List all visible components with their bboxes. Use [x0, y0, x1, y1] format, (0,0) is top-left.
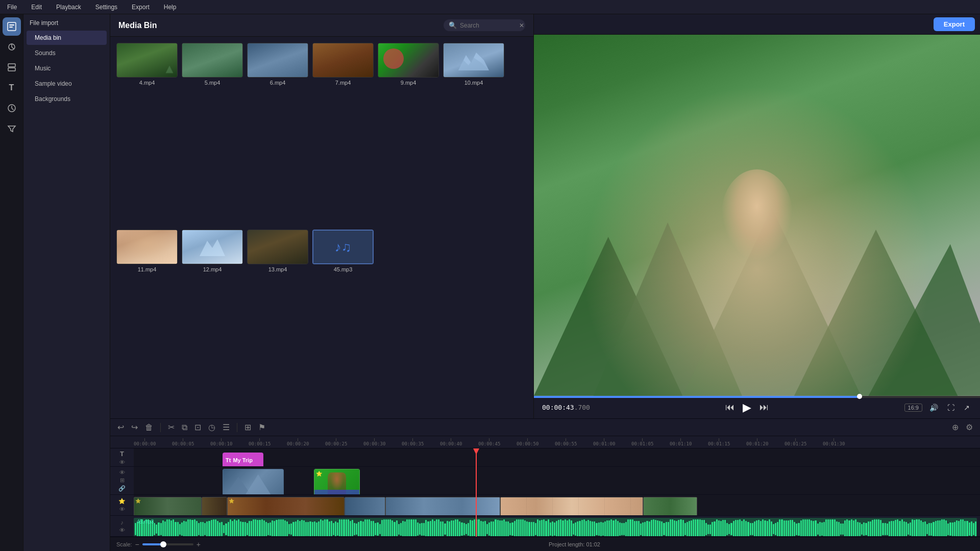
- toolbar-separator-2: [237, 423, 237, 432]
- media-thumb-13: [247, 230, 308, 264]
- sidebar-effects-btn[interactable]: [3, 38, 21, 56]
- overlay-lock-icon[interactable]: 🔗: [118, 485, 126, 492]
- main-clip-7[interactable]: [643, 497, 697, 515]
- media-thumb-9: [378, 43, 439, 78]
- preview-progress-bar[interactable]: [534, 396, 980, 398]
- fullscreen-btn[interactable]: ⛶: [945, 403, 957, 413]
- search-input[interactable]: [460, 22, 516, 29]
- sidebar-layers-btn[interactable]: [3, 58, 21, 77]
- skip-end-btn[interactable]: ⏭: [757, 401, 771, 414]
- skip-start-btn[interactable]: ⏮: [723, 401, 737, 414]
- menu-bar: File Edit Playback Settings Export Help: [0, 0, 980, 14]
- flag-btn[interactable]: ⚑: [256, 421, 267, 433]
- aspect-ratio-badge[interactable]: 16:9: [904, 404, 922, 412]
- waveform-bars: [134, 518, 977, 536]
- nav-media-bin[interactable]: Media bin: [27, 31, 107, 45]
- media-item-13[interactable]: 13.mp4: [247, 230, 308, 412]
- scale-plus-icon[interactable]: +: [197, 540, 201, 548]
- cut-btn[interactable]: ✂: [166, 421, 177, 433]
- play-btn[interactable]: ▶: [741, 400, 753, 415]
- timeline-toolbar: ↩ ↪ 🗑 ✂ ⧉ ⊡ ◷ ☰ ⊞ ⚑ ⊕ ⚙: [110, 419, 980, 436]
- nav-backgrounds[interactable]: Backgrounds: [27, 92, 107, 106]
- ruler-mark-15: 00:01:15: [708, 438, 730, 446]
- title-track-content[interactable]: Tt My Trip: [134, 448, 980, 466]
- overlay-link-icon[interactable]: ⊞: [120, 477, 125, 484]
- sidebar-media-btn[interactable]: [3, 17, 21, 36]
- media-item-12[interactable]: 12.mp4: [182, 230, 243, 412]
- main-clip-3[interactable]: ⭐: [227, 497, 345, 515]
- media-item-45[interactable]: ♪♫ 45.mp3: [312, 230, 374, 412]
- timeline-tracks: T 👁 Tt My Trip 👁: [110, 448, 980, 537]
- media-item-4[interactable]: 4.mp4: [116, 43, 178, 226]
- media-item-11[interactable]: 11.mp4: [116, 230, 178, 412]
- menu-export[interactable]: Export: [129, 3, 153, 12]
- menu-edit[interactable]: Edit: [28, 3, 45, 12]
- copy-btn[interactable]: ⧉: [180, 422, 189, 433]
- svg-marker-17: [243, 474, 273, 494]
- ruler-mark-13: 00:01:05: [631, 438, 653, 446]
- nav-sample-video[interactable]: Sample video: [27, 77, 107, 91]
- ruler-content[interactable]: 00:00:00 00:00:05 00:00:10 00:00:15 00:0…: [134, 436, 980, 448]
- sidebar-filter-btn[interactable]: [3, 119, 21, 138]
- playback-controls: ⏮ ▶ ⏭: [723, 400, 771, 415]
- title-clip[interactable]: Tt My Trip: [223, 453, 263, 466]
- undo-btn[interactable]: ↩: [115, 421, 126, 433]
- main-clip-5[interactable]: [385, 497, 500, 515]
- main-clip-4[interactable]: [345, 497, 385, 515]
- overlay-track-content[interactable]: ⭐: [134, 467, 980, 494]
- menu-file[interactable]: File: [4, 3, 20, 12]
- audio-eye-icon[interactable]: 👁: [119, 527, 125, 533]
- search-box[interactable]: 🔍 ✕: [444, 19, 525, 31]
- nav-music[interactable]: Music: [27, 61, 107, 76]
- menu-help[interactable]: Help: [161, 3, 180, 12]
- redo-btn[interactable]: ↪: [129, 421, 140, 433]
- menu-playback[interactable]: Playback: [53, 3, 84, 12]
- overlay-clip-mountain[interactable]: [223, 469, 284, 494]
- external-btn[interactable]: ↗: [962, 403, 972, 413]
- main-clip-2[interactable]: [202, 497, 227, 515]
- title-track-controls: T 👁: [110, 448, 134, 466]
- main-clip-6[interactable]: [500, 497, 643, 515]
- overlay-clip-green[interactable]: ⭐: [314, 469, 360, 494]
- speed-btn[interactable]: ◷: [206, 421, 217, 433]
- media-item-10[interactable]: 10.mp4: [443, 43, 504, 226]
- title-track-eye-icon[interactable]: 👁: [119, 459, 125, 465]
- menu-settings[interactable]: Settings: [92, 3, 120, 12]
- media-item-6[interactable]: 6.mp4: [247, 43, 308, 226]
- main-clip-1[interactable]: ⭐: [134, 497, 202, 515]
- title-track: T 👁 Tt My Trip: [110, 448, 980, 467]
- media-item-7[interactable]: 7.mp4: [312, 43, 374, 226]
- main-star-icon: ⭐: [118, 498, 126, 505]
- media-thumb-7: [312, 43, 374, 78]
- list-btn[interactable]: ☰: [220, 421, 232, 433]
- sidebar-time-btn[interactable]: [3, 99, 21, 117]
- search-clear-btn[interactable]: ✕: [519, 22, 524, 29]
- crop-btn[interactable]: ⊡: [192, 421, 203, 433]
- settings-btn2[interactable]: ⚙: [964, 421, 975, 433]
- delete-btn[interactable]: 🗑: [143, 422, 155, 433]
- main-video-track: ⭐ 👁 ⭐: [110, 495, 980, 516]
- ruler-mark-5: 00:00:25: [325, 438, 347, 446]
- preview-panel: Export: [534, 14, 980, 418]
- nav-sounds[interactable]: Sounds: [27, 46, 107, 60]
- sidebar-text-btn[interactable]: T: [3, 79, 21, 97]
- main-eye-icon[interactable]: 👁: [119, 506, 125, 512]
- waveform-label: 45.mp3: [137, 519, 154, 524]
- waveform-clip[interactable]: 45.mp3: [134, 518, 977, 536]
- scale-bar: Scale: − + Project length: 01:02: [110, 537, 980, 551]
- playhead[interactable]: [476, 448, 477, 537]
- media-item-5[interactable]: 5.mp4: [182, 43, 243, 226]
- volume-icon[interactable]: 🔊: [927, 403, 940, 413]
- main-video-track-content[interactable]: ⭐ ⭐: [134, 495, 980, 515]
- export-button[interactable]: Export: [934, 17, 975, 31]
- media-item-9[interactable]: 9.mp4: [378, 43, 439, 226]
- ruler-mark-14: 00:01:10: [670, 438, 692, 446]
- media-bin-title: Media Bin: [118, 21, 157, 30]
- overlay-eye-icon[interactable]: 👁: [119, 469, 125, 475]
- add-track-btn[interactable]: ⊕: [950, 421, 961, 433]
- insert-btn[interactable]: ⊞: [242, 421, 253, 433]
- waveform-container[interactable]: 45.mp3: [134, 516, 980, 536]
- file-import-header[interactable]: File import: [23, 16, 110, 30]
- scale-slider[interactable]: [142, 543, 193, 545]
- scale-minus-icon[interactable]: −: [135, 540, 139, 548]
